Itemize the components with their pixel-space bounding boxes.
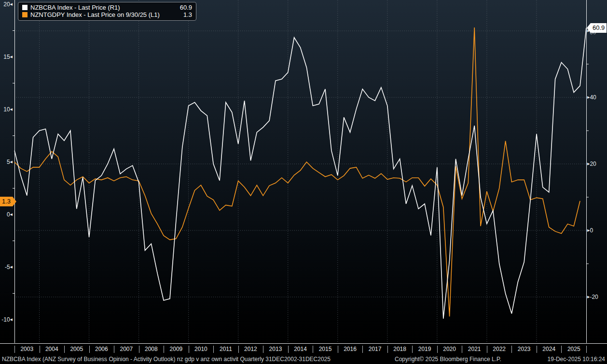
year-label: 2021 xyxy=(462,346,487,352)
year-label: 2009 xyxy=(164,346,189,352)
left-axis-tick-label: 20◀ xyxy=(0,0,13,8)
year-separator xyxy=(89,346,90,353)
year-label: 2017 xyxy=(362,346,387,352)
right-axis-tick-label: ▶20 xyxy=(587,160,596,168)
right-axis-tick-label: ▶40 xyxy=(587,94,596,101)
year-label: 2008 xyxy=(139,346,164,352)
legend-row-nzntgdpy[interactable]: NZNTGDPY Index - Last Price on 9/30/25 (… xyxy=(22,11,192,18)
left-axis-tick-label: 5◀ xyxy=(0,158,13,166)
last-price-value: 60.9 xyxy=(591,23,607,33)
nzbcba-series-line[interactable] xyxy=(14,28,586,319)
year-label: 2025 xyxy=(561,346,586,352)
year-label: 2023 xyxy=(511,346,537,352)
legend-row-nzbcba[interactable]: NZBCBA Index - Last Price (R1) 60.9 xyxy=(22,4,192,11)
year-label: 2022 xyxy=(487,346,512,352)
year-separator xyxy=(338,346,338,353)
year-label: 2007 xyxy=(114,346,139,352)
year-label: 2013 xyxy=(263,346,288,352)
year-label: 2010 xyxy=(189,346,214,352)
year-separator xyxy=(263,346,263,353)
year-label: 2020 xyxy=(437,346,462,352)
left-axis-tick-label: 10◀ xyxy=(0,106,13,113)
right-axis-tick-label: ▶0 xyxy=(587,227,593,234)
year-separator xyxy=(189,346,189,353)
year-label: 2012 xyxy=(238,346,263,352)
year-separator xyxy=(537,346,537,353)
year-separator xyxy=(64,346,65,353)
year-label: 2016 xyxy=(338,346,363,352)
year-separator xyxy=(511,346,512,353)
year-separator xyxy=(238,346,239,353)
year-label: 2024 xyxy=(537,346,562,352)
year-separator xyxy=(412,346,413,353)
year-separator xyxy=(40,346,40,353)
year-separator xyxy=(586,346,587,353)
year-separator xyxy=(561,346,562,353)
badge-arrow-left-icon xyxy=(587,23,591,33)
timestamp: 19-Dec-2025 10:16:24 xyxy=(548,356,605,363)
year-separator xyxy=(213,346,214,353)
left-axis-tick-label: -5◀ xyxy=(0,263,13,271)
left-axis-tick-label: -10◀ xyxy=(0,316,13,324)
year-separator xyxy=(139,346,139,353)
status-bar: NZBCBA Index (ANZ Survey of Business Opi… xyxy=(0,355,607,364)
last-price-badge-nzntgdpy: 1.3 xyxy=(0,197,16,206)
last-price-badge-nzbcba: 60.9 xyxy=(587,23,607,33)
year-label: 2004 xyxy=(40,346,65,352)
right-axis-tick-label: ▶-20 xyxy=(587,293,598,301)
legend-value: 1.3 xyxy=(183,11,192,18)
nzntgdpy-series-line[interactable] xyxy=(14,27,580,317)
year-separator xyxy=(288,346,289,353)
year-separator xyxy=(362,346,363,353)
left-axis-tick-label: 15◀ xyxy=(0,53,13,61)
year-separator xyxy=(387,346,388,353)
bloomberg-chart-window: 20◀15◀10◀5◀0◀-5◀-10◀ ▶60▶40▶20▶0▶-20 60 … xyxy=(0,0,607,364)
year-label: 2003 xyxy=(14,346,40,352)
year-label: 2019 xyxy=(412,346,437,352)
year-label: 2014 xyxy=(288,346,313,352)
chart-legend: NZBCBA Index - Last Price (R1) 60.9 NZNT… xyxy=(18,2,196,21)
series-swatch-icon xyxy=(22,12,28,17)
x-axis-band: 2003200420052006200720082009201020112012… xyxy=(0,343,607,355)
year-label: 2011 xyxy=(213,346,238,352)
year-label: 2015 xyxy=(313,346,338,352)
series-swatch-icon xyxy=(22,5,28,10)
year-separator xyxy=(462,346,462,353)
legend-value: 60.9 xyxy=(180,4,192,11)
year-separator xyxy=(114,346,114,353)
copyright-text: Copyright© 2025 Bloomberg Finance L.P. xyxy=(395,356,501,363)
chart-plot-area[interactable] xyxy=(0,0,607,343)
badge-arrow-right-icon xyxy=(13,197,16,206)
year-label: 2005 xyxy=(64,346,89,352)
year-separator xyxy=(437,346,438,353)
last-price-value: 1.3 xyxy=(0,197,13,206)
year-separator xyxy=(487,346,487,353)
year-label: 2006 xyxy=(89,346,114,352)
year-label: 2018 xyxy=(387,346,413,352)
legend-label: NZNTGDPY Index - Last Price on 9/30/25 (… xyxy=(30,11,160,18)
year-separator xyxy=(313,346,313,353)
legend-label: NZBCBA Index - Last Price (R1) xyxy=(30,4,120,11)
year-separator xyxy=(164,346,164,353)
chart-description: NZBCBA Index (ANZ Survey of Business Opi… xyxy=(2,356,331,363)
left-axis-tick-label: 0◀ xyxy=(0,211,13,218)
year-separator xyxy=(14,346,15,353)
